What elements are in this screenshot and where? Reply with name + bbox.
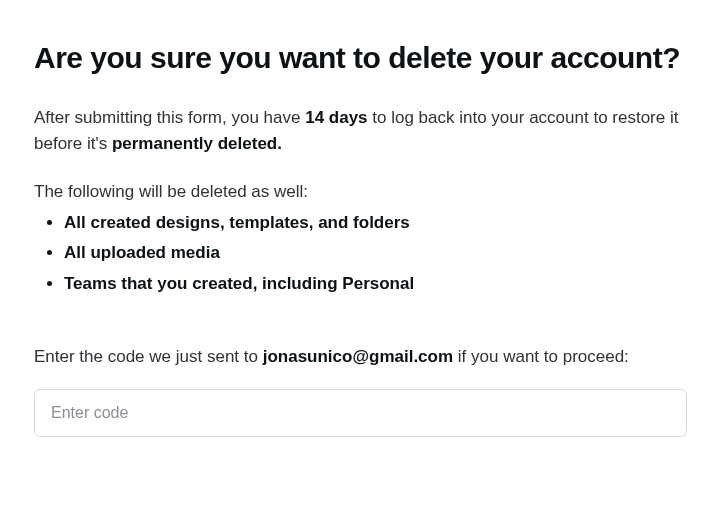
code-prompt-email: jonasunico@gmail.com bbox=[263, 347, 453, 366]
warning-days: 14 days bbox=[305, 108, 367, 127]
delete-list-intro: The following will be deleted as well: bbox=[34, 182, 687, 202]
code-prompt-before: Enter the code we just sent to bbox=[34, 347, 263, 366]
delete-list: All created designs, templates, and fold… bbox=[34, 208, 687, 300]
warning-text-before: After submitting this form, you have bbox=[34, 108, 305, 127]
list-item: All created designs, templates, and fold… bbox=[64, 208, 687, 239]
warning-paragraph: After submitting this form, you have 14 … bbox=[34, 105, 687, 158]
list-item: Teams that you created, including Person… bbox=[64, 269, 687, 300]
warning-permanent: permanently deleted. bbox=[112, 134, 282, 153]
code-prompt: Enter the code we just sent to jonasunic… bbox=[34, 347, 687, 367]
code-prompt-after: if you want to proceed: bbox=[453, 347, 629, 366]
code-input[interactable] bbox=[34, 389, 687, 437]
page-title: Are you sure you want to delete your acc… bbox=[34, 38, 687, 77]
list-item: All uploaded media bbox=[64, 238, 687, 269]
